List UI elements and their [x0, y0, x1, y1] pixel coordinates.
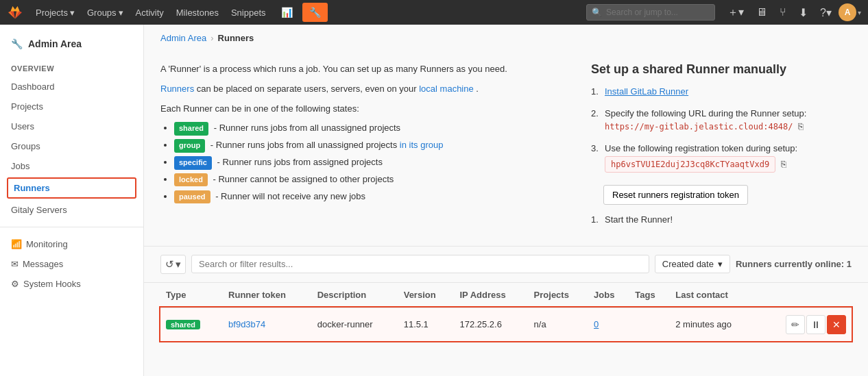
help-icon-btn[interactable]: ?▾ [815, 3, 837, 22]
filter-area: ↺ ▾ Created date ▾ Runners currently onl… [144, 247, 868, 283]
col-actions [757, 283, 852, 308]
activity-menu[interactable]: Activity [130, 5, 169, 21]
step-2: Specify the following URL during the Run… [591, 107, 852, 134]
runner-url: https://my-gitlab.jelastic.cloud:4848/ [605, 122, 793, 131]
local-link: local machine [419, 84, 474, 94]
step-4: Start the Runner! [591, 213, 852, 227]
col-projects: Projects [529, 283, 588, 308]
runners-count: Runners currently online: 1 [736, 259, 852, 269]
user-avatar[interactable]: A [839, 3, 856, 21]
state-paused: paused - Runner will not receive any new… [174, 190, 575, 204]
step-1: Install GitLab Runner [591, 85, 852, 99]
runners-table-container: Type Runner token Description Version IP… [144, 283, 868, 342]
table-row: shared bf9d3b74 docker-runner 11.5.1 172… [160, 308, 852, 342]
badge-paused: paused [174, 190, 210, 204]
state-specific: specific - Runner runs jobs from assigne… [174, 155, 575, 170]
wrench-icon-btn[interactable]: 🔧 [302, 3, 328, 22]
groups-menu[interactable]: Groups ▾ [82, 5, 129, 21]
snippets-menu[interactable]: Snippets [226, 5, 272, 21]
messages-icon: ✉ [11, 259, 19, 269]
row-description: docker-runner [312, 308, 398, 342]
plus-icon-btn[interactable]: ＋▾ [722, 3, 749, 23]
col-ip: IP Address [455, 283, 529, 308]
breadcrumb: Admin Area › Runners [144, 25, 868, 51]
reset-token-button[interactable]: Reset runners registration token [603, 185, 748, 205]
jobs-link[interactable]: 0 [594, 319, 599, 329]
info-right: Set up a shared Runner manually Install … [591, 62, 852, 235]
copy-token-icon[interactable]: ⎘ [781, 158, 786, 171]
sidebar-item-monitoring[interactable]: 📶 Monitoring [0, 234, 143, 254]
col-last-contact: Last contact [670, 283, 757, 308]
row-action-buttons: ✏ ⏸ ✕ [762, 315, 846, 334]
sidebar-item-jobs[interactable]: Jobs [0, 156, 143, 176]
row-projects: n/a [529, 308, 588, 342]
top-navbar: Projects ▾ Groups ▾ Activity Milestones … [0, 0, 868, 25]
sidebar: 🔧 Admin Area Overview Dashboard Projects… [0, 25, 144, 376]
main-content: Admin Area › Runners A 'Runner' is a pro… [144, 25, 868, 376]
breadcrumb-separator: › [210, 33, 213, 43]
state-group: group - Runner runs jobs from all unassi… [174, 138, 575, 153]
sidebar-divider [0, 227, 143, 227]
row-type: shared [160, 308, 223, 342]
copy-url-icon[interactable]: ⎘ [798, 120, 804, 134]
pause-runner-button[interactable]: ⏸ [806, 315, 825, 334]
filter-search-input[interactable] [191, 255, 649, 273]
sidebar-section2: 📶 Monitoring ✉ Messages ⚙ System Hooks [0, 234, 143, 294]
delete-runner-button[interactable]: ✕ [827, 315, 846, 334]
col-version: Version [398, 283, 455, 308]
sidebar-item-dashboard[interactable]: Dashboard [0, 77, 143, 97]
sidebar-item-system-hooks[interactable]: ⚙ System Hooks [0, 274, 143, 294]
setup-title: Set up a shared Runner manually [591, 62, 852, 77]
states-label: Each Runner can be in one of the followi… [160, 102, 575, 116]
row-jobs: 0 [588, 308, 629, 342]
milestones-menu[interactable]: Milestones [171, 5, 224, 21]
projects-menu[interactable]: Projects ▾ [30, 5, 80, 21]
setup-steps: Install GitLab Runner Specify the follow… [591, 85, 852, 174]
row-last-contact: 2 minutes ago [670, 308, 757, 342]
registration-token: hp6vsTVU1E2duj2J3cq8KcTYaaqtVxd9 [605, 156, 775, 173]
sort-chevron-icon: ▾ [718, 259, 723, 269]
sidebar-item-messages[interactable]: ✉ Messages [0, 254, 143, 274]
system-hooks-icon: ⚙ [11, 279, 19, 289]
sidebar-item-runners[interactable]: Runners [7, 177, 136, 199]
info-left: A 'Runner' is a process which runs a job… [160, 62, 575, 235]
sort-button[interactable]: Created date ▾ [655, 255, 730, 273]
admin-wrench-icon: 🔧 [11, 38, 23, 49]
reset-icon: ↺ [165, 258, 174, 271]
chart-icon-btn[interactable]: 📊 [276, 4, 298, 21]
row-tags [629, 308, 670, 342]
download-icon-btn[interactable]: ⬇ [793, 3, 813, 22]
merge-icon-btn[interactable]: ⑂ [774, 3, 792, 21]
row-ip: 172.25.2.6 [455, 308, 529, 342]
sidebar-header: 🔧 Admin Area [0, 33, 143, 60]
col-token: Runner token [223, 283, 312, 308]
col-jobs: Jobs [588, 283, 629, 308]
badge-group: group [174, 139, 205, 153]
monitoring-icon: 📶 [11, 239, 22, 249]
breadcrumb-current: Runners [218, 33, 254, 43]
step-3: Use the following registration token dur… [591, 142, 852, 175]
in-its-group-link: in its group [400, 140, 444, 150]
sidebar-item-groups[interactable]: Groups [0, 136, 143, 156]
search-input[interactable] [586, 4, 715, 21]
avatar-chevron: ▾ [858, 9, 861, 16]
col-description: Description [312, 283, 398, 308]
gitlab-logo[interactable] [7, 4, 23, 21]
search-area: 🔍 [586, 4, 715, 21]
badge-specific: specific [174, 156, 212, 170]
edit-runner-button[interactable]: ✏ [786, 315, 805, 334]
row-type-badge: shared [166, 320, 200, 329]
sidebar-item-gitaly[interactable]: Gitaly Servers [0, 200, 143, 220]
topnav-right: 🔍 ＋▾ 🖥 ⑂ ⬇ ?▾ A ▾ [581, 3, 861, 23]
sidebar-item-projects[interactable]: Projects [0, 97, 143, 116]
runner-token-link[interactable]: bf9d3b74 [228, 319, 265, 329]
runners-link: Runners [160, 84, 194, 94]
top-menu: Projects ▾ Groups ▾ Activity Milestones … [30, 5, 272, 21]
sidebar-item-users[interactable]: Users [0, 116, 143, 136]
install-runner-link[interactable]: Install GitLab Runner [605, 86, 688, 97]
runners-table: Type Runner token Description Version IP… [160, 283, 852, 342]
row-version: 11.5.1 [398, 308, 455, 342]
tv-icon-btn[interactable]: 🖥 [751, 3, 773, 21]
breadcrumb-parent[interactable]: Admin Area [160, 33, 206, 43]
reset-filter-button[interactable]: ↺ ▾ [160, 255, 186, 274]
